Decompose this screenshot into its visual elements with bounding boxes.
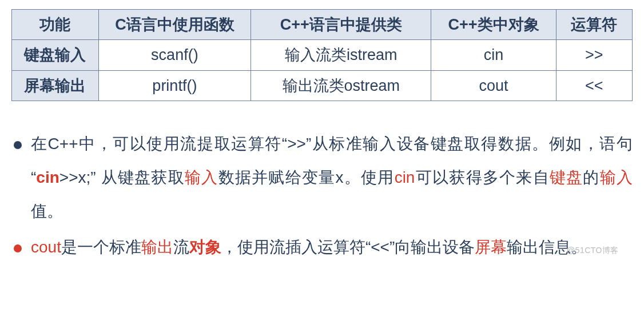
cell-cpp-obj: cout <box>431 70 556 101</box>
text: 值。 <box>31 202 63 220</box>
table-header-row: 功能 C语言中使用函数 C++语言中提供类 C++类中对象 运算符 <box>12 10 633 40</box>
row-label-input: 键盘输入 <box>12 40 99 70</box>
text: >>x;” 从键盘获取 <box>59 168 185 186</box>
table-row: 屏幕输出 printf() 输出流类ostream cout << <box>12 70 633 101</box>
text: 流 <box>173 238 189 256</box>
cell-c-func: printf() <box>98 70 251 101</box>
text: 是一个标准 <box>61 238 141 256</box>
kw-cin: cin <box>36 168 59 186</box>
row-label-output: 屏幕输出 <box>12 70 99 101</box>
cell-operator: << <box>556 70 632 101</box>
kw-object: 对象 <box>189 238 221 256</box>
table-row: 键盘输入 scanf() 输入流类istream cin >> <box>12 40 633 70</box>
kw-keyboard: 键盘 <box>550 168 583 186</box>
kw-input: 输入 <box>600 168 633 186</box>
th-operator: 运算符 <box>556 10 632 40</box>
cell-cpp-obj: cin <box>431 40 556 70</box>
kw-screen: 屏幕 <box>475 238 507 256</box>
th-cpp-object: C++类中对象 <box>431 10 556 40</box>
text: 可以获得多个来自 <box>415 168 549 186</box>
note-cout: cout是一个标准输出流对象，使用流插入运算符“<<”向输出设备屏幕输出信息。 <box>11 231 633 264</box>
kw-output: 输出 <box>141 238 173 256</box>
th-c-func: C语言中使用函数 <box>98 10 251 40</box>
text: ，使用流插入运算符“<<”向输出设备 <box>221 238 475 256</box>
notes-list: 在C++中，可以使用流提取运算符“>>”从标准输入设备键盘取得数据。例如，语句 … <box>11 127 633 264</box>
th-cpp-class: C++语言中提供类 <box>251 10 431 40</box>
text: 数据并赋给变量x。使用 <box>218 168 395 186</box>
cell-operator: >> <box>556 40 632 70</box>
kw-input: 输入 <box>185 168 218 186</box>
io-comparison-table: 功能 C语言中使用函数 C++语言中提供类 C++类中对象 运算符 键盘输入 s… <box>11 9 633 101</box>
kw-cout: cout <box>31 238 61 256</box>
cell-c-func: scanf() <box>98 40 251 70</box>
cell-cpp-class: 输入流类istream <box>251 40 431 70</box>
cell-cpp-class: 输出流类ostream <box>251 70 431 101</box>
kw-cin: cin <box>395 168 415 186</box>
text: 输出信息。 <box>507 238 587 256</box>
note-cin: 在C++中，可以使用流提取运算符“>>”从标准输入设备键盘取得数据。例如，语句 … <box>11 127 633 228</box>
text: 的 <box>583 168 599 186</box>
th-function: 功能 <box>12 10 99 40</box>
